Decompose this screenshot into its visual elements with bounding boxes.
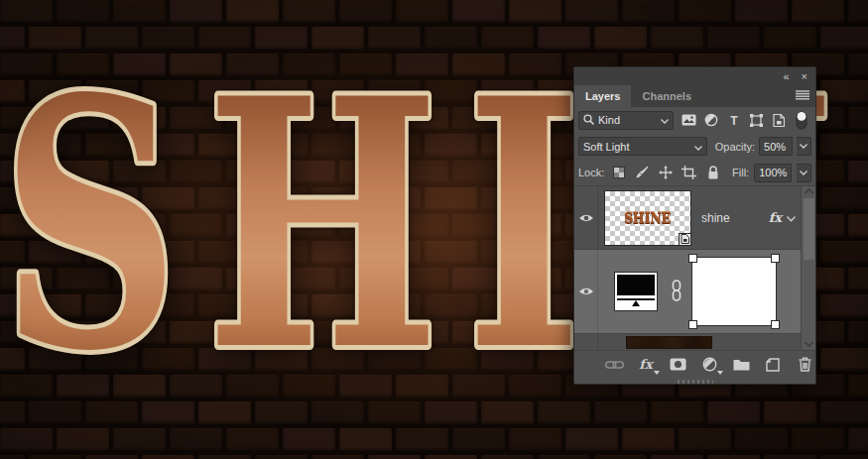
opacity-dropdown-chevron-icon[interactable] bbox=[797, 137, 811, 156]
fx-expand-chevron-icon[interactable] bbox=[787, 212, 796, 224]
add-layer-mask-icon[interactable] bbox=[668, 355, 687, 375]
lock-artboard-icon[interactable] bbox=[681, 164, 699, 181]
layer-name[interactable]: shine bbox=[701, 211, 769, 225]
blend-mode-value: Soft Light bbox=[583, 141, 690, 153]
layer-row-levels-adjustment[interactable] bbox=[574, 250, 815, 334]
panel-resize-grip[interactable] bbox=[574, 378, 815, 385]
scroll-up-icon[interactable] bbox=[802, 188, 815, 194]
link-layers-icon[interactable] bbox=[604, 355, 624, 375]
visibility-eye-icon[interactable] bbox=[574, 250, 598, 333]
lock-row: Lock: Fill: 100% bbox=[574, 160, 815, 186]
fill-label: Fill: bbox=[732, 167, 749, 178]
collapse-panel-icon[interactable]: « bbox=[783, 71, 789, 82]
chevron-down-icon bbox=[661, 114, 669, 126]
tab-channels[interactable]: Channels bbox=[631, 85, 702, 107]
opacity-value-field[interactable]: 50% bbox=[759, 137, 793, 156]
lock-transparency-icon[interactable] bbox=[609, 164, 628, 181]
layers-panel: « × Layers Channels Kind bbox=[573, 66, 816, 385]
layer-thumbnail-shine[interactable]: SHINE bbox=[604, 190, 691, 246]
visibility-eye-icon[interactable] bbox=[574, 186, 598, 249]
layers-scrollbar[interactable] bbox=[801, 186, 815, 350]
new-group-folder-icon[interactable] bbox=[731, 355, 751, 375]
levels-adjustment-thumbnail[interactable] bbox=[614, 272, 658, 311]
filter-toggle-icon[interactable] bbox=[792, 111, 811, 129]
delete-layer-trash-icon[interactable] bbox=[795, 355, 814, 375]
filter-row: Kind T bbox=[574, 107, 815, 133]
filter-pixel-layers-icon[interactable] bbox=[680, 111, 699, 129]
panel-menu-icon[interactable] bbox=[796, 90, 809, 102]
fill-dropdown-chevron-icon[interactable] bbox=[797, 164, 811, 182]
fill-value-field[interactable]: 100% bbox=[754, 164, 792, 182]
search-icon bbox=[583, 114, 594, 127]
lock-label: Lock: bbox=[578, 167, 604, 178]
background-layer-thumbnail[interactable] bbox=[626, 336, 712, 349]
panel-header: « × bbox=[574, 67, 815, 85]
scrollbar-thumb[interactable] bbox=[804, 198, 814, 260]
layer-styles-fx-icon[interactable]: fx bbox=[636, 355, 656, 375]
layer-mask-thumbnail-selected[interactable] bbox=[691, 257, 777, 326]
chevron-down-icon bbox=[694, 141, 702, 153]
close-panel-icon[interactable]: × bbox=[802, 71, 807, 82]
smart-object-badge-icon bbox=[679, 233, 691, 246]
tab-layers[interactable]: Layers bbox=[574, 85, 631, 107]
scroll-down-icon[interactable] bbox=[802, 341, 815, 347]
layer-fx-badge[interactable]: fx bbox=[769, 210, 782, 225]
thumbnail-word: SHINE bbox=[625, 209, 672, 227]
new-layer-icon[interactable] bbox=[763, 355, 783, 375]
lock-position-move-icon[interactable] bbox=[657, 164, 676, 181]
panel-bottom-toolbar: fx bbox=[574, 350, 815, 378]
filter-kind-dropdown[interactable]: Kind bbox=[578, 111, 674, 130]
blend-row: Soft Light Opacity: 50% bbox=[574, 133, 815, 160]
layers-list: SHINE shine fx bbox=[574, 186, 815, 350]
lock-all-padlock-icon[interactable] bbox=[703, 164, 722, 181]
layer-row-shine[interactable]: SHINE shine fx bbox=[574, 186, 815, 250]
new-adjustment-layer-icon[interactable] bbox=[699, 355, 719, 375]
blend-mode-dropdown[interactable]: Soft Light bbox=[578, 137, 707, 156]
lock-pixels-brush-icon[interactable] bbox=[633, 164, 652, 181]
svg-text:T: T bbox=[730, 114, 738, 126]
filter-type-layers-icon[interactable]: T bbox=[724, 111, 744, 129]
panel-tabs: Layers Channels bbox=[574, 85, 815, 107]
filter-kind-label: Kind bbox=[598, 114, 657, 126]
photoshop-canvas: SHINE « × Layers Channels bbox=[0, 0, 868, 459]
filter-smart-objects-icon[interactable] bbox=[770, 111, 790, 129]
filter-adjustment-layers-icon[interactable] bbox=[701, 111, 721, 129]
filter-shape-layers-icon[interactable] bbox=[747, 111, 767, 129]
opacity-label: Opacity: bbox=[715, 141, 755, 153]
mask-link-chain-icon[interactable] bbox=[671, 280, 682, 303]
layer-row-background-partial[interactable] bbox=[574, 334, 815, 350]
